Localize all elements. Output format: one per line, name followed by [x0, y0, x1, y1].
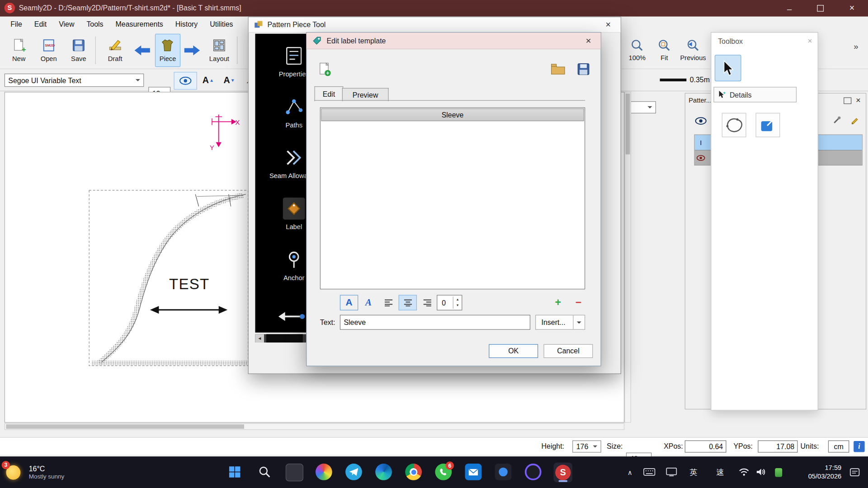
font-size-increase-button[interactable]: A▲ — [198, 72, 218, 89]
font-family-combo[interactable]: Segoe UI Variable Text — [5, 74, 144, 87]
taskbar-dark-app-icon[interactable] — [525, 464, 542, 480]
keyboard-tray-icon[interactable] — [643, 468, 656, 477]
menu-history[interactable]: History — [169, 20, 203, 28]
layout-mode-button[interactable]: Layout — [205, 34, 234, 67]
open-button[interactable]: SM2D Open — [34, 34, 63, 67]
sidebar-item-label[interactable]: Label — [255, 197, 307, 230]
edit-label-close-button[interactable]: × — [586, 36, 591, 46]
close-button[interactable]: × — [836, 0, 868, 17]
red-eye-icon[interactable] — [695, 155, 707, 160]
export-piece-tool-button[interactable] — [755, 113, 780, 137]
pattern-tool-hscrollbar[interactable]: ◄ — [255, 334, 307, 343]
pattern-tool-close-button[interactable]: × — [606, 20, 611, 29]
new-template-button[interactable]: + — [316, 60, 333, 78]
taskbar-browser-colorful-icon[interactable] — [316, 464, 332, 480]
taskbar-app-window-icon[interactable] — [286, 464, 303, 481]
float-panel-icon[interactable] — [844, 98, 851, 104]
bold-button[interactable]: A — [340, 295, 358, 310]
hscroll-thumb[interactable] — [266, 334, 303, 343]
taskbar-blue-app-icon[interactable] — [495, 464, 512, 480]
tablet-tray-icon[interactable] — [665, 468, 678, 477]
label-line-row-selected[interactable]: Sleeve — [321, 108, 584, 121]
menu-file[interactable]: File — [5, 20, 28, 28]
font-size-decrease-button[interactable]: A▼ — [219, 72, 239, 89]
tray-expand-chevron[interactable]: ∧ — [624, 468, 635, 478]
zoom-fit-button[interactable]: Fit — [653, 34, 675, 67]
info-button[interactable]: i — [854, 441, 864, 452]
taskbar-edge-icon[interactable] — [375, 464, 392, 480]
piece-mode-button[interactable]: Piece — [155, 34, 180, 67]
save-button[interactable]: Save — [65, 34, 92, 67]
ok-button[interactable]: OK — [489, 344, 538, 358]
cancel-button[interactable]: Cancel — [543, 344, 593, 358]
menu-tools[interactable]: Tools — [80, 20, 109, 28]
battery-icon[interactable] — [775, 468, 782, 477]
pencil-icon[interactable] — [850, 116, 859, 125]
panel-visibility-button[interactable] — [693, 113, 708, 128]
sidebar-move-arrow-icon[interactable] — [277, 309, 306, 324]
scroll-left-button[interactable]: ◄ — [255, 334, 264, 343]
insert-placeholder-button[interactable]: Insert... — [535, 315, 585, 330]
sidebar-item-paths[interactable]: Paths — [255, 96, 307, 129]
line-text-input[interactable]: Sleeve — [340, 315, 530, 330]
save-template-button[interactable] — [574, 60, 593, 78]
sidebar-item-anchor[interactable]: Anchor — [255, 249, 307, 282]
edit-label-title-bar[interactable]: Edit label template × — [307, 33, 600, 49]
eyedropper-icon[interactable] — [833, 116, 842, 125]
ime-language-b[interactable]: 速 — [714, 466, 726, 479]
taskbar-search-button[interactable] — [256, 463, 274, 481]
tab-edit[interactable]: Edit — [315, 86, 344, 101]
taskbar-mail-icon[interactable] — [465, 464, 482, 480]
taskbar-chrome-icon[interactable] — [405, 464, 422, 480]
new-piece-tool-button[interactable] — [722, 113, 746, 137]
insert-dropdown-arrow[interactable] — [573, 315, 585, 329]
align-right-button[interactable] — [418, 295, 436, 310]
horizontal-scroll-thumb[interactable] — [6, 424, 244, 429]
taskbar-seamly2d-icon[interactable]: S — [553, 463, 572, 483]
tab-preview[interactable]: Preview — [342, 88, 389, 101]
zoom-100-button[interactable]: 100% — [623, 34, 651, 67]
taskbar-whatsapp-icon[interactable]: 6 — [435, 464, 452, 480]
panel-close-button[interactable]: × — [856, 96, 861, 104]
sidebar-item-properties[interactable]: Properties — [255, 45, 307, 78]
label-visibility-toggle[interactable] — [174, 72, 197, 89]
speaker-icon[interactable] — [756, 468, 766, 477]
pattern-tool-title-bar[interactable]: Pattern Piece Tool × — [249, 17, 621, 33]
draft-mode-button[interactable]: Draft — [101, 34, 130, 67]
clock-widget[interactable]: 17:59 05/03/2026 — [788, 463, 842, 481]
import-template-button[interactable] — [548, 60, 567, 78]
select-tool-button[interactable] — [715, 55, 741, 81]
remove-line-button[interactable]: − — [570, 295, 587, 310]
label-lines-list[interactable]: Sleeve — [320, 108, 585, 290]
next-mode-arrow-button[interactable] — [182, 40, 203, 61]
canvas-vertical-scrollbar[interactable] — [624, 92, 631, 422]
align-center-button[interactable] — [399, 295, 417, 310]
maximize-button[interactable] — [805, 0, 836, 17]
add-line-button[interactable]: + — [550, 295, 566, 310]
spin-arrows[interactable]: ▲▼ — [453, 297, 462, 309]
menu-edit[interactable]: Edit — [28, 20, 52, 28]
details-group[interactable]: + Details — [713, 87, 797, 102]
zoom-previous-button[interactable]: Previous — [676, 34, 709, 67]
weather-widget[interactable]: 3 16°C Mostly sunny — [3, 460, 108, 485]
notification-center-icon[interactable] — [849, 468, 860, 478]
taskbar-telegram-icon[interactable] — [345, 464, 362, 480]
align-left-button[interactable] — [379, 295, 397, 310]
italic-button[interactable]: A — [359, 295, 377, 310]
start-button[interactable] — [226, 463, 244, 481]
toolbox-close-button[interactable]: × — [808, 36, 812, 45]
menu-view[interactable]: View — [53, 20, 80, 28]
canvas-horizontal-scrollbar[interactable] — [5, 423, 624, 430]
vertical-scroll-thumb[interactable] — [626, 94, 630, 155]
menu-utilities[interactable]: Utilities — [204, 20, 239, 28]
menu-measurements[interactable]: Measurements — [109, 20, 169, 28]
height-combo[interactable]: 176 — [572, 441, 601, 453]
font-size-spinbox[interactable]: 0 ▲▼ — [437, 295, 462, 310]
new-button[interactable]: + New — [5, 34, 32, 67]
toolbar-overflow-chevron[interactable]: » — [854, 42, 858, 51]
previous-mode-arrow-button[interactable] — [132, 40, 153, 61]
sidebar-item-seam-allowance[interactable]: Seam Allowance — [255, 146, 307, 179]
ime-language-a[interactable]: 英 — [688, 466, 700, 479]
minimize-button[interactable]: – — [774, 0, 805, 17]
wifi-icon[interactable] — [738, 468, 749, 477]
